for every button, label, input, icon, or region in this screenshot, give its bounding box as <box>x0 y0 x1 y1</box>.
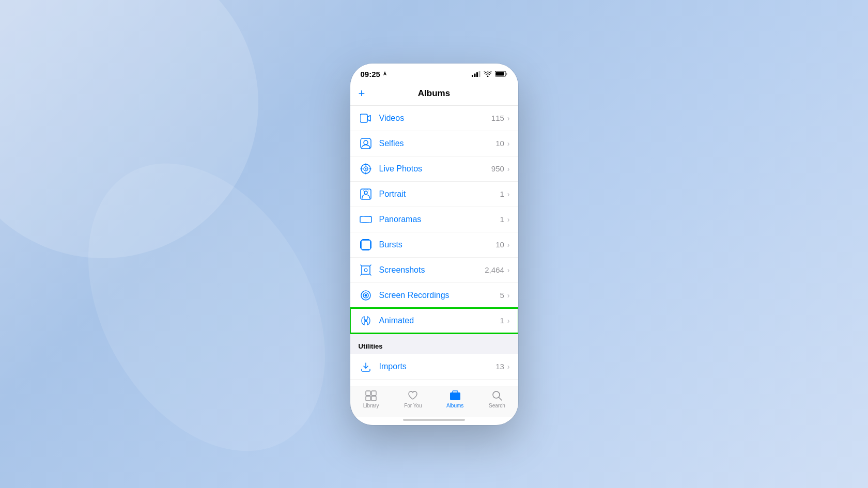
svg-rect-20 <box>361 240 370 249</box>
portrait-label: Portrait <box>379 190 500 199</box>
status-bar: 09:25 <box>350 64 518 83</box>
location-icon <box>382 71 388 76</box>
list-item-duplicates[interactable]: Duplicates 51 › <box>350 380 518 386</box>
utilities-section-header: Utilities <box>350 334 518 354</box>
svg-marker-0 <box>383 71 386 75</box>
screenshots-count: 2,464 <box>485 265 504 274</box>
svg-rect-24 <box>362 249 369 250</box>
selfies-chevron: › <box>507 139 510 148</box>
svg-rect-4 <box>478 71 480 77</box>
home-bar <box>403 419 465 421</box>
imports-count: 13 <box>495 362 504 371</box>
search-tab-label: Search <box>489 403 505 408</box>
list-item-screen-recordings[interactable]: Screen Recordings 5 › <box>350 283 518 308</box>
live-photos-chevron: › <box>507 165 510 173</box>
home-indicator <box>350 417 518 425</box>
svg-rect-2 <box>474 74 475 77</box>
video-icon <box>359 111 373 125</box>
page-title: Albums <box>418 88 450 99</box>
screenshots-label: Screenshots <box>379 265 485 275</box>
tab-search[interactable]: Search <box>476 389 518 408</box>
library-tab-label: Library <box>363 403 379 408</box>
for-you-tab-label: For You <box>404 403 422 408</box>
svg-rect-25 <box>362 266 370 274</box>
bursts-label: Bursts <box>379 240 496 249</box>
svg-point-26 <box>364 269 367 272</box>
portrait-count: 1 <box>500 190 504 198</box>
list-item-portrait[interactable]: Portrait 1 › <box>350 182 518 207</box>
live-photos-count: 950 <box>491 164 504 173</box>
library-tab-icon <box>365 389 377 402</box>
duplicates-icon <box>359 385 373 386</box>
videos-label: Videos <box>379 114 491 123</box>
list-item-bursts[interactable]: Bursts 10 › <box>350 232 518 258</box>
albums-tab-label: Albums <box>446 403 463 408</box>
tab-library[interactable]: Library <box>350 389 392 408</box>
screen-recordings-chevron: › <box>507 291 510 300</box>
media-types-section: Videos 115 › Selfies 10 › <box>350 106 518 333</box>
svg-rect-38 <box>371 396 376 401</box>
screenshot-icon <box>359 263 373 277</box>
live-photos-label: Live Photos <box>379 164 491 174</box>
list-item-selfies[interactable]: Selfies 10 › <box>350 131 518 156</box>
search-tab-icon <box>491 389 503 402</box>
list-item-animated[interactable]: Animated 1 › <box>350 308 518 333</box>
panorama-icon <box>359 212 373 227</box>
utilities-section: Imports 13 › Duplicates 51 › <box>350 354 518 386</box>
status-time: 09:25 <box>361 70 388 78</box>
add-album-button[interactable]: + <box>359 87 374 100</box>
imports-label: Imports <box>379 362 496 371</box>
list-item-videos[interactable]: Videos 115 › <box>350 106 518 131</box>
phone-frame: 09:25 <box>350 64 518 425</box>
svg-point-9 <box>364 140 368 145</box>
live-photos-icon <box>359 162 373 176</box>
svg-rect-21 <box>360 241 361 248</box>
imports-chevron: › <box>507 363 510 371</box>
burst-icon <box>359 238 373 252</box>
nav-bar: + Albums <box>350 83 518 106</box>
list-item-imports[interactable]: Imports 13 › <box>350 354 518 380</box>
svg-point-19 <box>364 191 367 194</box>
portrait-icon <box>359 187 373 201</box>
portrait-chevron: › <box>507 190 510 198</box>
animated-chevron: › <box>507 317 510 325</box>
svg-rect-8 <box>360 114 367 122</box>
svg-rect-39 <box>450 392 460 400</box>
svg-point-29 <box>364 294 367 296</box>
screen-recordings-label: Screen Recordings <box>379 291 500 300</box>
animated-count: 1 <box>500 316 504 325</box>
svg-rect-22 <box>370 241 371 248</box>
list-item-screenshots[interactable]: Screenshots 2,464 › <box>350 258 518 283</box>
svg-rect-3 <box>476 72 478 77</box>
content-scroll[interactable]: Videos 115 › Selfies 10 › <box>350 106 518 386</box>
selfie-icon <box>359 136 373 151</box>
battery-icon <box>495 71 508 77</box>
selfies-label: Selfies <box>379 139 496 148</box>
svg-rect-6 <box>495 72 504 76</box>
screenshots-chevron: › <box>507 266 510 274</box>
list-item-live-photos[interactable]: Live Photos 950 › <box>350 156 518 182</box>
list-item-panoramas[interactable]: Panoramas 1 › <box>350 207 518 232</box>
svg-rect-37 <box>366 396 370 401</box>
for-you-tab-icon <box>407 389 419 402</box>
svg-rect-7 <box>506 73 507 75</box>
tab-albums[interactable]: Albums <box>434 389 476 408</box>
bursts-count: 10 <box>495 240 504 249</box>
svg-rect-1 <box>472 75 473 77</box>
screen-recording-icon <box>359 288 373 303</box>
svg-rect-23 <box>362 239 369 240</box>
signal-icon <box>472 71 481 77</box>
animated-label: Animated <box>379 316 500 325</box>
status-icons <box>472 71 508 77</box>
svg-rect-35 <box>366 391 370 396</box>
tab-for-you[interactable]: For You <box>392 389 434 408</box>
panoramas-chevron: › <box>507 215 510 224</box>
videos-count: 115 <box>491 114 504 122</box>
panoramas-count: 1 <box>500 215 504 224</box>
svg-point-13 <box>365 168 366 169</box>
svg-line-41 <box>499 397 502 400</box>
wifi-icon <box>484 71 492 77</box>
animated-icon <box>359 313 373 328</box>
albums-tab-icon <box>449 389 461 402</box>
selfies-count: 10 <box>495 139 504 148</box>
